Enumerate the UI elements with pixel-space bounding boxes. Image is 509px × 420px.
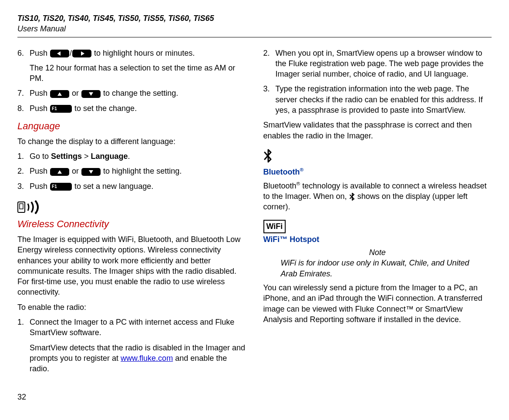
text-bold: Settings xyxy=(51,152,82,161)
wireless-icon xyxy=(17,199,246,217)
heading-language: Language xyxy=(17,120,246,133)
step-num: 3. xyxy=(263,84,276,115)
step-num: 1. xyxy=(17,317,30,338)
page-header: TiS10, TiS20, TiS40, TiS45, TiS50, TiS55… xyxy=(17,13,492,37)
text: or xyxy=(70,167,81,175)
wireless-para: The Imager is equipped with WiFi, Blueto… xyxy=(17,234,246,298)
down-arrow-key-icon xyxy=(81,168,101,176)
step-num: 8. xyxy=(17,103,30,114)
text: Push xyxy=(30,89,50,97)
text: Go to xyxy=(30,152,51,161)
step-body: When you opt in, SmartView opens up a br… xyxy=(276,48,492,80)
enable-step-3: 3. Type the registration information int… xyxy=(263,84,492,115)
registered-mark: ® xyxy=(300,167,303,172)
page-number: 32 xyxy=(17,392,492,402)
text: to change the setting. xyxy=(101,89,178,97)
step-body: Push or to change the setting. xyxy=(30,88,246,98)
step-7: 7. Push or to change the setting. xyxy=(17,88,246,98)
header-sub: Users Manual xyxy=(17,24,492,34)
step-num: 7. xyxy=(17,88,30,98)
step-6: 6. Push / to highlight hours or minutes. xyxy=(17,48,246,58)
lang-step-1: 1. Go to Settings > Language. xyxy=(17,151,246,161)
svg-marker-5 xyxy=(89,170,93,174)
bluetooth-icon xyxy=(263,149,492,165)
up-arrow-key-icon xyxy=(50,90,69,98)
text-bold: Language xyxy=(91,152,128,161)
wifi-label-icon: WiFi xyxy=(263,220,492,233)
text: or xyxy=(70,89,81,97)
right-arrow-key-icon xyxy=(72,50,91,57)
note-title: Note xyxy=(263,247,492,258)
svg-marker-0 xyxy=(57,51,61,56)
step-body: Push F1 to set the change. xyxy=(30,103,246,114)
enable-step-2: 2. When you opt in, SmartView opens up a… xyxy=(263,48,492,80)
text: > xyxy=(82,152,91,161)
svg-marker-2 xyxy=(57,92,62,96)
content-columns: 6. Push / to highlight hours or minutes.… xyxy=(17,48,492,379)
step-num: 3. xyxy=(17,181,30,192)
text: to set a new language. xyxy=(72,182,153,191)
f1-key-icon: F1 xyxy=(50,183,72,191)
enable-step-1: 1. Connect the Imager to a PC with inter… xyxy=(17,317,246,338)
heading-wifi-hotspot: WiFi™ Hotspot xyxy=(263,234,492,245)
step-body: Type the registration information into t… xyxy=(276,84,492,115)
svg-rect-7 xyxy=(20,204,23,209)
svg-marker-3 xyxy=(89,92,93,96)
note-body: WiFi is for indoor use only in Kuwait, C… xyxy=(281,258,488,279)
step-body: Push F1 to set a new language. xyxy=(30,181,246,192)
text: Bluetooth xyxy=(263,168,300,176)
step-body: Push or to highlight the setting. xyxy=(30,166,246,176)
text: Push xyxy=(30,167,50,175)
language-intro: To change the display to a different lan… xyxy=(17,136,246,147)
bluetooth-inline-icon xyxy=(349,193,355,201)
up-arrow-key-icon xyxy=(50,168,69,176)
f1-key-icon: F1 xyxy=(50,105,72,113)
svg-marker-4 xyxy=(57,170,62,174)
lang-step-2: 2. Push or to highlight the setting. xyxy=(17,166,246,176)
text: . xyxy=(128,152,130,161)
fluke-link[interactable]: www.fluke.com xyxy=(121,354,173,363)
text: to highlight the setting. xyxy=(101,167,182,175)
bluetooth-para: Bluetooth® technology is available to co… xyxy=(263,180,492,212)
wifi-para: You can wirelessly send a picture from t… xyxy=(263,282,492,325)
text: to set the change. xyxy=(72,104,137,113)
enable-intro: To enable the radio: xyxy=(17,302,246,312)
down-arrow-key-icon xyxy=(81,90,101,98)
right-column: 2. When you opt in, SmartView opens up a… xyxy=(263,48,492,379)
registered-mark: ® xyxy=(297,181,300,186)
step-body: Go to Settings > Language. xyxy=(30,151,246,161)
step-body: Push / to highlight hours or minutes. xyxy=(30,48,246,58)
step-body: Connect the Imager to a PC with internet… xyxy=(30,317,246,338)
step-num: 2. xyxy=(17,166,30,176)
heading-wireless: Wireless Connectivity xyxy=(17,218,246,231)
text: Push xyxy=(30,104,50,113)
lang-step-3: 3. Push F1 to set a new language. xyxy=(17,181,246,192)
text: Push xyxy=(30,182,50,191)
enable-step-1-note: SmartView detects that the radio is disa… xyxy=(30,343,246,374)
svg-marker-1 xyxy=(81,51,84,56)
text: / xyxy=(70,49,72,57)
left-column: 6. Push / to highlight hours or minutes.… xyxy=(17,48,246,379)
text: Push xyxy=(30,49,50,57)
text: Bluetooth xyxy=(263,181,297,190)
left-arrow-key-icon xyxy=(50,50,69,57)
smartview-validate-para: SmartView validates that the passphrase … xyxy=(263,120,492,141)
step-num: 1. xyxy=(17,151,30,161)
wifi-box: WiFi xyxy=(263,220,286,233)
step-8: 8. Push F1 to set the change. xyxy=(17,103,246,114)
header-product: TiS10, TiS20, TiS40, TiS45, TiS50, TiS55… xyxy=(17,13,492,24)
step-num: 2. xyxy=(263,48,276,80)
heading-bluetooth: Bluetooth® xyxy=(263,166,492,177)
text: to highlight hours or minutes. xyxy=(92,49,195,57)
step-6-note: The 12 hour format has a selection to se… xyxy=(30,63,246,84)
step-num: 6. xyxy=(17,48,30,58)
